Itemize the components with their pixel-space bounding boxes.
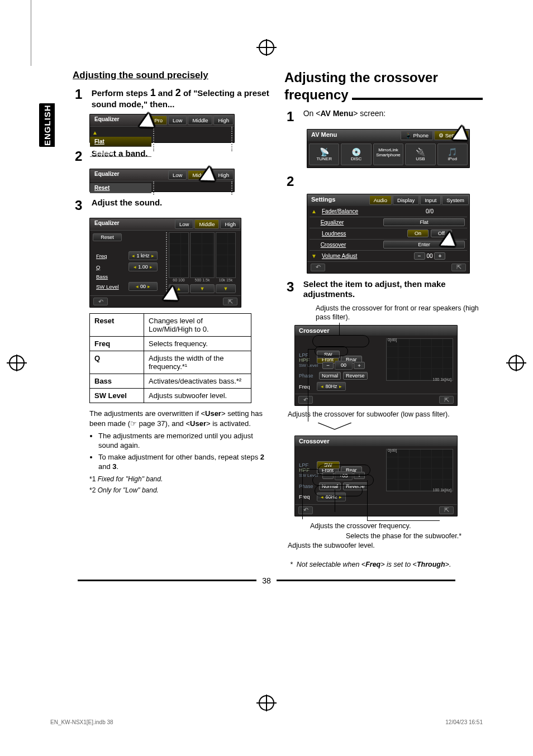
leader-line: [367, 480, 368, 520]
crossover-graph: 0[dB] 100 1k[Hz]: [386, 449, 453, 491]
footnote: *2 Only for "Low" band.: [89, 486, 271, 494]
tile-usb[interactable]: 🔌USB: [405, 143, 435, 165]
eq-tab-low[interactable]: Low: [175, 219, 193, 229]
eq-tab-middle[interactable]: Middle: [188, 116, 212, 125]
preset-flat[interactable]: Flat: [90, 137, 151, 147]
crossover-screen-1: Crossover HPF Front Rear 0[dB] 100 1k[Hz…: [294, 325, 458, 406]
eq-updown[interactable]: ▼: [190, 284, 215, 293]
preset-natural[interactable]: Natural: [90, 147, 151, 157]
leader-line: [339, 323, 340, 335]
back-icon[interactable]: ↶: [298, 506, 313, 514]
expand-icon[interactable]: ⇱: [439, 506, 454, 514]
reset-button[interactable]: Reset: [93, 233, 122, 241]
sw-minus[interactable]: −: [322, 362, 334, 369]
row-loudness[interactable]: Loudness: [318, 228, 392, 239]
tile-disc[interactable]: 💿DISC: [341, 143, 371, 165]
expand-icon[interactable]: ⇱: [451, 264, 466, 271]
expand-icon[interactable]: ⇱: [223, 298, 237, 305]
tile-ipod[interactable]: 🎵iPod: [437, 143, 468, 165]
phase-normal[interactable]: Normal: [319, 372, 341, 380]
freq-value[interactable]: 60Hz: [317, 492, 346, 501]
phase-reverse[interactable]: Reverse: [343, 482, 368, 490]
back-icon[interactable]: ↶: [311, 264, 325, 271]
param-q-value[interactable]: 1.00: [129, 262, 158, 271]
leader-line: [302, 469, 318, 470]
row-value[interactable]: Flat: [383, 218, 465, 226]
screen-title: Settings: [307, 194, 369, 206]
row-fader-balance[interactable]: Fader/Balance: [318, 206, 392, 217]
crop-mark: [255, 695, 278, 711]
cell-label: Bass: [90, 374, 144, 389]
annotation-lpf: Adjusts the crossover for subwoofer (low…: [288, 410, 483, 419]
lpf-sw[interactable]: SW: [317, 461, 340, 469]
equalizer-detail-screen: Equalizer Low Middle High Reset Freq1 kH…: [89, 218, 241, 308]
back-icon[interactable]: ↶: [298, 396, 313, 404]
lpf-label: LPF: [299, 352, 316, 358]
crossover-screen-2: Crossover HPF Front Rear 0[dB] 100 1k[Hz…: [294, 436, 458, 516]
annotation-freq: Adjusts the crossover frequency.: [310, 522, 483, 531]
cell-desc: Activates/deactivates bass.*²: [144, 374, 251, 389]
sw-plus[interactable]: +: [354, 362, 365, 369]
cell-label: Q: [90, 351, 144, 374]
phase-normal[interactable]: Normal: [319, 482, 341, 490]
back-icon[interactable]: ↶: [93, 298, 108, 305]
freq-value[interactable]: 80Hz: [317, 382, 346, 391]
param-freq-value[interactable]: 1 kHz: [129, 251, 158, 260]
cell-desc: Changes level of Low/Mid/High to 0.: [144, 314, 251, 337]
step-number: 1: [287, 109, 301, 125]
page-footer-rule: 38: [0, 576, 533, 585]
screen-title: AV Menu: [307, 130, 400, 141]
param-q-label: Q: [94, 264, 127, 270]
annotation-hpf: Adjusts the crossover for front or rear …: [316, 304, 483, 322]
leader-line: [308, 349, 309, 422]
bracket-icon: [318, 423, 351, 430]
step-text: Perform steps 1 and 2 of "Selecting a pr…: [92, 87, 271, 109]
lpf-sw[interactable]: SW: [317, 351, 340, 358]
freq-label: Freq: [299, 384, 316, 390]
leader-line: [302, 469, 303, 519]
settings-tab-display[interactable]: Display: [393, 195, 419, 205]
param-swlevel-value[interactable]: 00: [129, 282, 158, 291]
phone-tab[interactable]: 📱 Phone: [401, 131, 433, 140]
step-number: 3: [75, 198, 89, 213]
vol-plus[interactable]: +: [434, 252, 445, 260]
loudness-on[interactable]: On: [407, 229, 429, 237]
row-volume-adjust[interactable]: Volume Adjust: [318, 251, 392, 261]
eq-tab-low[interactable]: Low: [168, 170, 187, 180]
eq-tab-high[interactable]: High: [213, 116, 234, 125]
settings-tab-input[interactable]: Input: [420, 195, 441, 205]
tile-tuner[interactable]: 📡TUNER: [309, 143, 339, 165]
cell-label: Freq: [90, 337, 144, 351]
settings-tab-audio[interactable]: Audio: [369, 195, 392, 205]
footer-right: 12/04/23 16:51: [445, 719, 483, 725]
paragraph: The adjustments are overwritten if <User…: [89, 409, 271, 428]
phase-reverse[interactable]: Reverse: [343, 372, 368, 380]
cell-label: Reset: [90, 314, 144, 337]
step-text: Adjust the sound.: [92, 198, 271, 208]
vol-minus[interactable]: −: [414, 252, 425, 260]
bullet-item: The adjustments are memorized until you …: [98, 432, 271, 451]
settings-screen: Settings Audio Display Input System ▲Fad…: [307, 194, 470, 274]
eq-updown[interactable]: ▼: [216, 284, 236, 293]
tile-mirrorlink[interactable]: MirrorLink Smartphone: [373, 143, 403, 165]
settings-tab-system[interactable]: System: [442, 195, 469, 205]
expand-icon[interactable]: ⇱: [439, 396, 454, 404]
cell-label: SW Level: [90, 389, 144, 403]
row-crossover[interactable]: Crossover: [317, 240, 381, 250]
cell-desc: Adjusts the width of the frequency.*¹: [144, 351, 251, 374]
sw-plus[interactable]: +: [354, 472, 365, 479]
leader-line: [367, 520, 440, 521]
eq-tab-low[interactable]: Low: [168, 116, 187, 125]
eq-graph-mid: [190, 232, 215, 278]
eq-tab-middle[interactable]: Middle: [194, 219, 219, 229]
crop-mark: [505, 355, 527, 371]
parameter-table: ResetChanges level of Low/Mid/High to 0.…: [89, 313, 251, 403]
step-number: 2: [287, 174, 301, 189]
reset-button[interactable]: Reset: [90, 183, 151, 193]
screen-title: Equalizer: [90, 169, 123, 181]
eq-tab-high[interactable]: High: [220, 219, 240, 229]
row-equalizer[interactable]: Equalizer: [317, 217, 381, 228]
sw-minus[interactable]: −: [322, 472, 334, 479]
crossover-graph: 0[dB] 100 1k[Hz]: [386, 338, 453, 381]
av-menu-screen: AV Menu 📱 Phone ⚙ Settings 📡TUNER 💿DISC …: [307, 129, 470, 168]
